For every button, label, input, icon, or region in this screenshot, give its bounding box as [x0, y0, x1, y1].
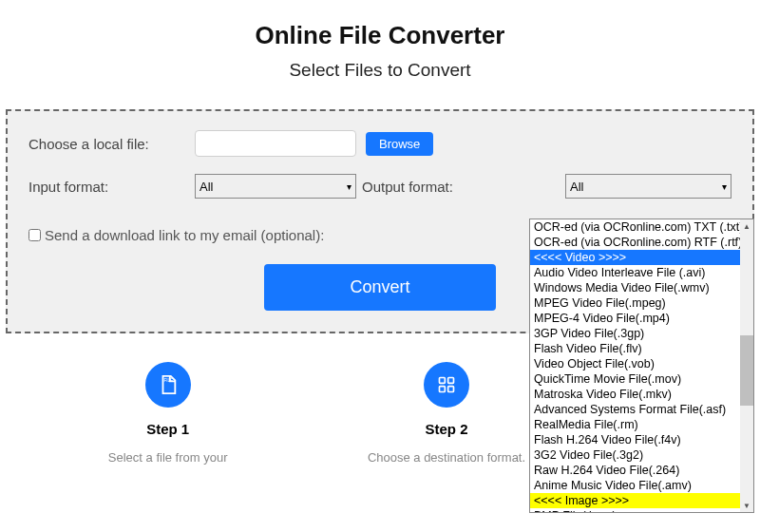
page-title: Online File Converter	[0, 21, 760, 50]
grid-icon	[424, 362, 469, 408]
dropdown-option[interactable]: BMP File(.bmp)	[530, 508, 740, 513]
dropdown-option[interactable]: QuickTime Movie File(.mov)	[530, 371, 740, 387]
input-format-value: All	[200, 180, 213, 194]
dropdown-option[interactable]: MPEG Video File(.mpeg)	[530, 295, 740, 311]
dropdown-option[interactable]: MPEG-4 Video File(.mp4)	[530, 311, 740, 326]
svg-rect-3	[439, 387, 445, 392]
svg-rect-4	[448, 387, 454, 392]
file-input[interactable]	[195, 130, 356, 157]
dropdown-option[interactable]: Anime Music Video File(.amv)	[530, 478, 740, 493]
output-format-value: All	[570, 180, 583, 194]
convert-button[interactable]: Convert	[264, 264, 495, 311]
chevron-down-icon: ▾	[347, 181, 352, 192]
scroll-down-icon[interactable]: ▼	[740, 499, 753, 512]
chevron-down-icon: ▾	[722, 181, 727, 192]
dropdown-option[interactable]: 3GP Video File(.3gp)	[530, 326, 740, 341]
dropdown-option[interactable]: Flash Video File(.flv)	[530, 341, 740, 356]
dropdown-option[interactable]: Video Object File(.vob)	[530, 356, 740, 371]
dropdown-list: OCR-ed (via OCRonline.com) TXT (.txt)OCR…	[530, 219, 740, 513]
dropdown-option[interactable]: <<<< Image >>>>	[530, 493, 740, 508]
dropdown-option[interactable]: OCR-ed (via OCRonline.com) RTF (.rtf)	[530, 235, 740, 250]
browse-button[interactable]: Browse	[366, 132, 433, 156]
dropdown-option[interactable]: Matroska Video File(.mkv)	[530, 387, 740, 402]
dropdown-option[interactable]: Flash H.264 Video File(.f4v)	[530, 432, 740, 447]
step-2-desc: Choose a destination format.	[352, 450, 542, 465]
svg-rect-1	[439, 378, 445, 384]
scroll-thumb[interactable]	[740, 335, 753, 406]
dropdown-option[interactable]: Audio Video Interleave File (.avi)	[530, 265, 740, 280]
file-icon: FILE	[145, 362, 191, 408]
choose-file-label: Choose a local file:	[28, 136, 195, 152]
format-row: Input format: All ▾ Output format: All ▾	[28, 174, 732, 199]
svg-text:FILE: FILE	[163, 378, 173, 383]
email-checkbox[interactable]	[28, 229, 41, 241]
step-2-title: Step 2	[352, 421, 542, 437]
input-format-label: Input format:	[28, 179, 195, 195]
output-format-select[interactable]: All ▾	[565, 174, 732, 199]
step-1-title: Step 1	[73, 421, 263, 437]
email-checkbox-label: Send a download link to my email (option…	[45, 227, 324, 243]
step-2: Step 2 Choose a destination format.	[352, 362, 542, 465]
step-1: FILE Step 1 Select a file from your	[73, 362, 263, 465]
choose-file-row: Choose a local file: Browse	[28, 130, 732, 157]
dropdown-option[interactable]: Advanced Systems Format File(.asf)	[530, 402, 740, 417]
input-format-select[interactable]: All ▾	[195, 174, 356, 199]
step-1-desc: Select a file from your	[73, 450, 263, 465]
page-subtitle: Select Files to Convert	[0, 60, 760, 81]
dropdown-option[interactable]: <<<< Video >>>>	[530, 250, 740, 265]
output-format-label: Output format:	[362, 179, 528, 195]
svg-rect-2	[448, 378, 454, 384]
dropdown-scrollbar[interactable]: ▲ ▼	[740, 219, 753, 512]
dropdown-option[interactable]: Raw H.264 Video File(.264)	[530, 463, 740, 478]
output-format-dropdown[interactable]: OCR-ed (via OCRonline.com) TXT (.txt)OCR…	[529, 218, 754, 513]
dropdown-option[interactable]: 3G2 Video File(.3g2)	[530, 447, 740, 463]
dropdown-option[interactable]: OCR-ed (via OCRonline.com) TXT (.txt)	[530, 219, 740, 235]
scroll-up-icon[interactable]: ▲	[740, 219, 753, 233]
dropdown-option[interactable]: Windows Media Video File(.wmv)	[530, 280, 740, 295]
dropdown-option[interactable]: RealMedia File(.rm)	[530, 417, 740, 432]
